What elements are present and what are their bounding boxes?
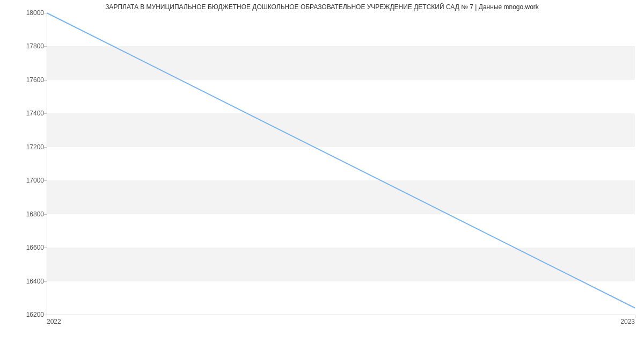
x-axis-line — [47, 315, 635, 315]
x-tick-mark — [47, 315, 47, 318]
y-tick-label: 17000 — [26, 177, 44, 184]
y-tick-label: 16400 — [26, 278, 44, 285]
y-tick-mark — [43, 214, 47, 215]
line-layer — [47, 13, 635, 315]
x-tick-label: 2022 — [47, 318, 61, 325]
x-tick-mark — [635, 315, 635, 318]
y-tick-label: 16600 — [26, 244, 44, 251]
y-tick-mark — [43, 180, 47, 181]
y-tick-mark — [43, 147, 47, 148]
y-tick-label: 16200 — [26, 311, 44, 318]
y-tick-mark — [43, 13, 47, 13]
y-tick-label: 17800 — [26, 42, 44, 50]
y-tick-mark — [43, 281, 47, 282]
y-tick-label: 17200 — [26, 143, 44, 151]
y-tick-mark — [43, 46, 47, 47]
y-tick-mark — [43, 113, 47, 114]
y-tick-label: 18000 — [26, 9, 44, 17]
y-tick-label: 17600 — [26, 76, 44, 84]
chart-container: ЗАРПЛАТА В МУНИЦИПАЛЬНОЕ БЮДЖЕТНОЕ ДОШКО… — [0, 0, 644, 349]
series-line — [47, 13, 635, 308]
chart-title: ЗАРПЛАТА В МУНИЦИПАЛЬНОЕ БЮДЖЕТНОЕ ДОШКО… — [0, 3, 644, 11]
x-tick-label: 2023 — [620, 318, 635, 325]
y-tick-label: 17400 — [26, 110, 44, 117]
y-tick-mark — [43, 80, 47, 81]
y-tick-mark — [43, 248, 47, 248]
y-tick-label: 16800 — [26, 210, 44, 218]
